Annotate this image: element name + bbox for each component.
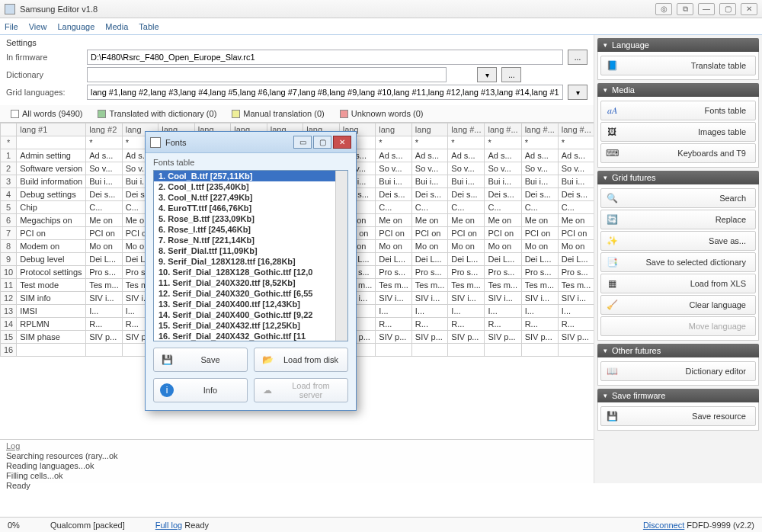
floppy-icon: 💾 <box>160 353 174 367</box>
log-line: Filling cells...ok <box>6 471 588 481</box>
dictionary-browse-button[interactable]: ... <box>501 67 521 82</box>
menu-language[interactable]: Language <box>57 22 94 31</box>
fonts-listbox[interactable]: 1. Cool_B.ttf [257,11Kb]2. Cool_I.ttf [2… <box>153 170 348 341</box>
xls-icon: ▦ <box>606 277 618 290</box>
font-item[interactable]: 11. Serif_Dial_240X320.ttf [8,52Kb] <box>154 277 347 288</box>
listbox-scrollbar[interactable] <box>335 171 347 341</box>
packer-label: Qualcomm [packed] <box>50 521 125 530</box>
search-icon: 🔍 <box>606 192 618 204</box>
gridlang-dropdown[interactable]: ▾ <box>568 85 588 100</box>
gridlang-input[interactable] <box>87 85 563 100</box>
panel-gridfutures-header[interactable]: Grid futures <box>597 171 759 184</box>
log-pane: Log Searching resources (rary...ok Readi… <box>0 439 594 483</box>
dictionary-dropdown-button[interactable]: ▾ <box>477 67 497 82</box>
save-to-dict-button[interactable]: 📑Save to selected dictionary <box>600 252 756 272</box>
log-line: Searching resources (rary...ok <box>6 451 588 461</box>
font-item[interactable]: 14. Serif_Dial_240X400_Gothic.ttf [9,22 <box>154 309 347 320</box>
dictionary-label: Dictionary <box>6 70 82 79</box>
firmware-input[interactable] <box>87 50 563 65</box>
btn-a[interactable]: ◎ <box>655 3 672 15</box>
app-icon <box>5 4 15 14</box>
load-xls-button[interactable]: ▦Load from XLS <box>600 274 756 293</box>
save-resource-button[interactable]: 💾Save resource <box>600 406 756 426</box>
statusbar: 0% Qualcomm [packed] Full log Ready Disc… <box>0 517 762 532</box>
log-line: Reading languages...ok <box>6 461 588 471</box>
font-item[interactable]: 16. Serif_Dial_240X432_Gothic.ttf [11 <box>154 331 347 341</box>
panel-save-header[interactable]: Save firmware <box>597 389 759 402</box>
font-item[interactable]: 2. Cool_I.ttf [235,40Kb] <box>154 181 347 192</box>
book-icon: 📖 <box>606 365 618 377</box>
dictionary-input[interactable] <box>87 67 447 82</box>
fonts-dialog-title: Fonts <box>165 138 187 147</box>
fonts-caption: Fonts table <box>153 158 348 167</box>
dialog-max-button[interactable]: ▢ <box>313 136 331 149</box>
save-dict-icon: 📑 <box>606 256 618 268</box>
dialog-close-button[interactable]: ✕ <box>333 136 351 149</box>
tab-manual[interactable]: Manual translation (0) <box>227 107 328 120</box>
tab-unknown[interactable]: Unknown words (0) <box>335 107 428 120</box>
firmware-browse-button[interactable]: ... <box>568 50 588 65</box>
fonts-table-button[interactable]: 𝑎𝐴Fonts table <box>600 101 756 120</box>
font-item[interactable]: 13. Serif_Dial_240X400.ttf [12,43Kb] <box>154 299 347 309</box>
replace-button[interactable]: 🔄Replace <box>600 210 756 229</box>
folder-icon: 📂 <box>261 353 274 367</box>
tab-all-words[interactable]: All words (9490) <box>6 107 87 120</box>
info-icon: i <box>160 383 174 397</box>
disconnect-link[interactable]: Disconnect <box>643 521 684 530</box>
eraser-icon: 🧹 <box>606 299 618 311</box>
replace-icon: 🔄 <box>606 213 618 226</box>
font-item[interactable]: 1. Cool_B.ttf [257,11Kb] <box>154 171 347 181</box>
fonts-dialog: Fonts ▭ ▢ ✕ Fonts table 1. Cool_B.ttf [2… <box>145 131 357 411</box>
dictionary-editor-button[interactable]: 📖Dictionary editor <box>600 361 756 381</box>
search-button[interactable]: 🔍Search <box>600 188 756 208</box>
gridlang-label: Grid languages: <box>6 88 82 97</box>
minimize-button[interactable]: — <box>698 3 715 15</box>
tab-translated[interactable]: Translated with dictionary (0) <box>93 107 221 120</box>
menu-table[interactable]: Table <box>139 22 158 31</box>
firmware-label: In firmware <box>6 53 82 62</box>
font-item[interactable]: 8. Serif_Dial.ttf [11,09Kb] <box>154 245 347 256</box>
floppy-icon: 💾 <box>606 410 618 422</box>
font-item[interactable]: 3. Cool_N.ttf [227,49Kb] <box>154 192 347 203</box>
app-title: Samsung Editor v1.8 <box>20 5 98 14</box>
word-tabs: All words (9490) Translated with diction… <box>0 105 594 123</box>
btn-b[interactable]: ⧉ <box>677 3 693 15</box>
panel-language-header[interactable]: Language <box>597 38 759 52</box>
font-item[interactable]: 10. Serif_Dial_128X128_Gothic.ttf [12,0 <box>154 267 347 277</box>
dialog-loadserver-button: ☁Load from server <box>254 378 348 402</box>
font-item[interactable]: 9. Serif_Dial_128X128.ttf [16,28Kb] <box>154 256 347 267</box>
dialog-loaddisk-button[interactable]: 📂Load from disk <box>254 348 348 372</box>
font-item[interactable]: 4. EuroTT.ttf [466,76Kb] <box>154 203 347 213</box>
wand-icon: ✨ <box>606 235 618 247</box>
font-item[interactable]: 12. Serif_Dial_240X320_Gothic.ttf [6,55 <box>154 288 347 299</box>
device-label: FDFD-9999 (v2.2) <box>687 521 754 530</box>
clear-language-button[interactable]: 🧹Clear language <box>600 295 756 315</box>
log-line: Ready <box>6 481 588 491</box>
menu-media[interactable]: Media <box>105 22 128 31</box>
dialog-info-button[interactable]: iInfo <box>153 378 248 402</box>
menubar: File View Language Media Table <box>0 18 762 35</box>
menu-file[interactable]: File <box>5 22 18 31</box>
server-icon: ☁ <box>261 383 274 397</box>
font-item[interactable]: 6. Rose_I.ttf [245,46Kb] <box>154 224 347 235</box>
settings-heading: Settings <box>6 38 588 47</box>
saveas-button[interactable]: ✨Save as... <box>600 231 756 251</box>
progress-pct: 0% <box>8 521 20 530</box>
keyboards-t9-button[interactable]: ⌨Keyboards and T9 <box>600 143 756 163</box>
maximize-button[interactable]: ▢ <box>719 3 736 15</box>
translate-table-button[interactable]: 📘Translate table <box>600 56 756 75</box>
close-button[interactable]: ✕ <box>741 3 757 15</box>
fonts-dialog-icon <box>150 137 161 148</box>
menu-view[interactable]: View <box>29 22 47 31</box>
titlebar: Samsung Editor v1.8 ◎ ⧉ — ▢ ✕ <box>0 0 762 18</box>
font-item[interactable]: 5. Rose_B.ttf [233,09Kb] <box>154 213 347 224</box>
panel-other-header[interactable]: Other futures <box>597 344 759 357</box>
font-item[interactable]: 15. Serif_Dial_240X432.ttf [12,25Kb] <box>154 320 347 331</box>
dialog-min-button[interactable]: ▭ <box>293 136 312 149</box>
fulllog-link[interactable]: Full log <box>155 521 182 530</box>
panel-media-header[interactable]: Media <box>597 83 759 97</box>
font-item[interactable]: 7. Rose_N.ttf [221,14Kb] <box>154 235 347 245</box>
move-language-button: Move language <box>600 316 756 336</box>
dialog-save-button[interactable]: 💾Save <box>153 348 248 372</box>
images-table-button[interactable]: 🖼Images table <box>600 122 756 142</box>
